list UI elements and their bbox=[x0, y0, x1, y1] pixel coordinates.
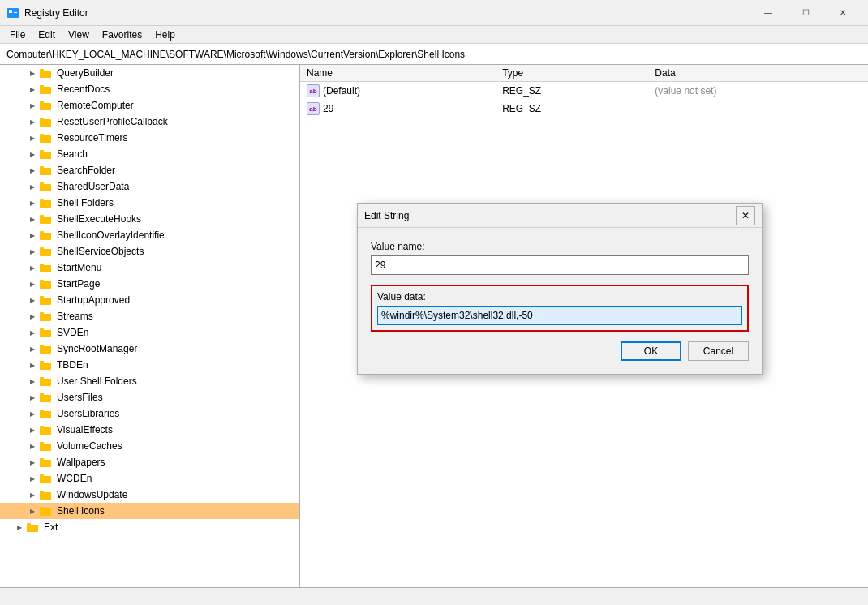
tree-arrow-QueryBuilder[interactable]: ▶ bbox=[26, 67, 39, 79]
tree-item-ShellIcons[interactable]: ▶Shell Icons bbox=[0, 503, 299, 519]
tree-item-Search[interactable]: ▶Search bbox=[0, 146, 299, 162]
tree-arrow-ShellServiceObjects[interactable]: ▶ bbox=[26, 245, 39, 258]
tree-item-RemoteComputer[interactable]: ▶RemoteComputer bbox=[0, 97, 299, 114]
tree-item-Streams[interactable]: ▶Streams bbox=[0, 308, 299, 324]
dialog-close-button[interactable]: ✕ bbox=[736, 206, 755, 225]
tree-arrow-RemoteComputer[interactable]: ▶ bbox=[26, 99, 39, 112]
menu-edit[interactable]: Edit bbox=[32, 28, 62, 42]
tree-item-Ext[interactable]: ▶Ext bbox=[0, 519, 299, 535]
tree-arrow-WindowsUpdate[interactable]: ▶ bbox=[26, 488, 39, 501]
tree-arrow-UserShellFolders[interactable]: ▶ bbox=[26, 375, 39, 388]
tree-arrow-TBDEn[interactable]: ▶ bbox=[26, 358, 39, 371]
tree-item-TBDEn[interactable]: ▶TBDEn bbox=[0, 357, 299, 373]
tree-item-QueryBuilder[interactable]: ▶QueryBuilder bbox=[0, 65, 299, 81]
tree-arrow-WCDEn[interactable]: ▶ bbox=[26, 472, 39, 485]
tree-label-ShellServiceObjects: ShellServiceObjects bbox=[57, 246, 144, 257]
tree-item-WCDEn[interactable]: ▶WCDEn bbox=[0, 470, 299, 487]
tree-item-UserShellFolders[interactable]: ▶User Shell Folders bbox=[0, 373, 299, 389]
tree-arrow-Search[interactable]: ▶ bbox=[26, 148, 39, 161]
maximize-button[interactable]: ☐ bbox=[787, 0, 824, 26]
svg-rect-12 bbox=[40, 119, 51, 127]
svg-rect-4 bbox=[14, 12, 17, 13]
svg-rect-2 bbox=[9, 15, 17, 15]
tree-item-Wallpapers[interactable]: ▶Wallpapers bbox=[0, 454, 299, 470]
tree-item-ShellServiceObjects[interactable]: ▶ShellServiceObjects bbox=[0, 243, 299, 260]
tree-label-VolumeCaches: VolumeCaches bbox=[57, 440, 122, 452]
minimize-button[interactable]: — bbox=[750, 0, 787, 26]
tree-arrow-VisualEffects[interactable]: ▶ bbox=[26, 423, 39, 436]
folder-icon-UsersLibraries bbox=[39, 407, 52, 420]
tree-arrow-Ext[interactable]: ▶ bbox=[13, 521, 26, 534]
tree-arrow-RecentDocs[interactable]: ▶ bbox=[26, 83, 39, 96]
dialog-title-bar: Edit String ✕ bbox=[358, 204, 762, 228]
ok-button[interactable]: OK bbox=[621, 341, 681, 361]
tree-item-UsersLibraries[interactable]: ▶UsersLibraries bbox=[0, 405, 299, 422]
tree-arrow-VolumeCaches[interactable]: ▶ bbox=[26, 440, 39, 453]
tree-item-VolumeCaches[interactable]: ▶VolumeCaches bbox=[0, 438, 299, 454]
folder-icon-ShellFolders bbox=[39, 196, 52, 209]
tree-item-StartupApproved[interactable]: ▶StartupApproved bbox=[0, 292, 299, 308]
tree-item-SearchFolder[interactable]: ▶SearchFolder bbox=[0, 162, 299, 178]
tree-arrow-StartupApproved[interactable]: ▶ bbox=[26, 294, 39, 307]
menu-view[interactable]: View bbox=[62, 28, 96, 42]
tree-item-RecentDocs[interactable]: ▶RecentDocs bbox=[0, 81, 299, 97]
value-data-input[interactable] bbox=[377, 306, 742, 325]
tree-item-ShellIconOverlayIdentifie[interactable]: ▶ShellIconOverlayIdentifie bbox=[0, 227, 299, 243]
tree-arrow-ShellExecuteHooks[interactable]: ▶ bbox=[26, 212, 39, 225]
tree-arrow-UsersLibraries[interactable]: ▶ bbox=[26, 407, 39, 420]
tree-arrow-ShellFolders[interactable]: ▶ bbox=[26, 196, 39, 209]
tree-item-SVDEn[interactable]: ▶SVDEn bbox=[0, 324, 299, 341]
reg-name-1: ab29 bbox=[300, 100, 496, 118]
reg-type-0: REG_SZ bbox=[496, 82, 648, 101]
tree-arrow-ResourceTimers[interactable]: ▶ bbox=[26, 131, 39, 144]
svg-rect-44 bbox=[40, 379, 51, 386]
svg-rect-28 bbox=[40, 249, 51, 256]
tree-arrow-StartPage[interactable]: ▶ bbox=[26, 277, 39, 290]
tree-arrow-SVDEn[interactable]: ▶ bbox=[26, 326, 39, 339]
tree-item-UsersFiles[interactable]: ▶UsersFiles bbox=[0, 389, 299, 405]
tree-item-ShellFolders[interactable]: ▶Shell Folders bbox=[0, 195, 299, 211]
folder-icon-RemoteComputer bbox=[39, 99, 52, 112]
tree-item-ResourceTimers[interactable]: ▶ResourceTimers bbox=[0, 130, 299, 146]
svg-rect-38 bbox=[40, 330, 51, 337]
cancel-button[interactable]: Cancel bbox=[688, 341, 749, 361]
registry-row-1[interactable]: ab29REG_SZ bbox=[300, 100, 868, 118]
registry-row-0[interactable]: ab(Default)REG_SZ(value not set) bbox=[300, 82, 868, 101]
menu-help[interactable]: Help bbox=[148, 28, 182, 42]
tree-item-WindowsUpdate[interactable]: ▶WindowsUpdate bbox=[0, 487, 299, 503]
tree-label-ShellIcons: Shell Icons bbox=[57, 505, 105, 517]
tree-pane[interactable]: ▶QueryBuilder▶RecentDocs▶RemoteComputer▶… bbox=[0, 65, 300, 587]
tree-arrow-Streams[interactable]: ▶ bbox=[26, 310, 39, 323]
value-name-input[interactable] bbox=[371, 255, 749, 275]
tree-item-SharedUserData[interactable]: ▶SharedUserData bbox=[0, 178, 299, 195]
tree-arrow-UsersFiles[interactable]: ▶ bbox=[26, 391, 39, 404]
folder-icon-StartupApproved bbox=[39, 294, 52, 307]
close-button[interactable]: ✕ bbox=[824, 0, 862, 26]
folder-icon-SearchFolder bbox=[39, 164, 52, 177]
tree-arrow-ShellIconOverlayIdentifie[interactable]: ▶ bbox=[26, 229, 39, 242]
tree-item-VisualEffects[interactable]: ▶VisualEffects bbox=[0, 422, 299, 438]
folder-icon-VolumeCaches bbox=[39, 440, 52, 453]
folder-icon-StartPage bbox=[39, 277, 52, 290]
menu-favorites[interactable]: Favorites bbox=[96, 28, 148, 42]
menu-file[interactable]: File bbox=[3, 28, 32, 42]
tree-arrow-ShellIcons[interactable]: ▶ bbox=[26, 504, 39, 517]
tree-arrow-ResetUserProfileCallback[interactable]: ▶ bbox=[26, 115, 39, 128]
tree-item-ResetUserProfileCallback[interactable]: ▶ResetUserProfileCallback bbox=[0, 114, 299, 130]
tree-arrow-Wallpapers[interactable]: ▶ bbox=[26, 456, 39, 469]
tree-item-StartMenu[interactable]: ▶StartMenu bbox=[0, 260, 299, 276]
svg-rect-30 bbox=[40, 265, 51, 272]
edit-string-dialog: Edit String ✕ Value name: Value data: OK… bbox=[357, 203, 763, 375]
tree-label-SharedUserData: SharedUserData bbox=[57, 181, 129, 192]
tree-arrow-StartMenu[interactable]: ▶ bbox=[26, 261, 39, 274]
folder-icon-UsersFiles bbox=[39, 391, 52, 404]
tree-arrow-SharedUserData[interactable]: ▶ bbox=[26, 180, 39, 193]
tree-item-StartPage[interactable]: ▶StartPage bbox=[0, 276, 299, 292]
tree-arrow-SearchFolder[interactable]: ▶ bbox=[26, 164, 39, 177]
tree-item-SyncRootManager[interactable]: ▶SyncRootManager bbox=[0, 341, 299, 357]
tree-arrow-SyncRootManager[interactable]: ▶ bbox=[26, 342, 39, 355]
col-name: Name bbox=[300, 65, 496, 82]
svg-rect-48 bbox=[40, 411, 51, 418]
tree-label-SyncRootManager: SyncRootManager bbox=[57, 343, 137, 354]
tree-item-ShellExecuteHooks[interactable]: ▶ShellExecuteHooks bbox=[0, 211, 299, 227]
